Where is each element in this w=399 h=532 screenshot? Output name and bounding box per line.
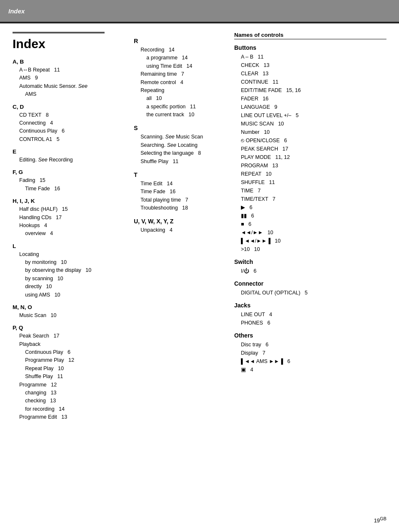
list-item: Troubleshooting 18 [141, 204, 226, 212]
section-heading-e: E [13, 148, 130, 155]
connector-entries: DIGITAL OUT (OPTICAL) 5 [234, 289, 386, 297]
section-connector: Connector DIGITAL OUT (OPTICAL) 5 [234, 280, 386, 297]
list-item: Shuffle Play 11 [141, 158, 226, 166]
list-item: Time Fade 16 [19, 185, 130, 193]
list-item: Locating [19, 251, 130, 258]
list-item: Shuffle Play 11 [19, 373, 130, 381]
others-title: Others [234, 332, 386, 339]
section-entries-e: Editing. See Recording [13, 156, 130, 164]
jacks-entries: LINE OUT 4 PHONES 6 [234, 310, 386, 327]
list-item: using AMS 10 [19, 291, 130, 299]
list-item: Repeat Play 10 [19, 365, 130, 373]
list-item: Time Edit 14 [141, 180, 226, 188]
section-s: S Scanning. See Music Scan Searching. Se… [134, 125, 226, 166]
section-mno: M, N, O Music Scan 10 [13, 304, 130, 320]
section-heading-mno: M, N, O [13, 304, 130, 310]
list-item: EDIT/TIME FADE 15, 16 [241, 86, 386, 95]
section-heading-l: L [13, 243, 130, 249]
list-item: PHONES 6 [241, 319, 386, 327]
list-item: FADER 16 [241, 95, 386, 103]
list-item: MUSIC SCAN 10 [241, 120, 386, 128]
names-of-controls-title: Names of controls [234, 32, 386, 39]
section-l: L Locating by monitoring 10 by observing… [13, 243, 130, 299]
section-pq: P, Q Peak Search 17 Playback Continuous … [13, 325, 130, 421]
list-item: Time Fade 16 [141, 188, 226, 196]
list-item: Programme Edit 13 [19, 413, 130, 421]
list-item: CONTINUE 11 [241, 78, 386, 86]
list-item: Searching. See Locating [141, 141, 226, 149]
left-column: Index A, B A↔B Repeat 11 AMS 9 Automatic… [13, 32, 134, 426]
list-item: Number 10 [241, 128, 386, 136]
section-entries-mno: Music Scan 10 [13, 312, 130, 320]
page-suffix: GB [380, 516, 386, 521]
section-entries-r: Recording 14 a programme 14 using Time E… [134, 46, 226, 119]
list-item: I/⏻ 6 [241, 267, 386, 275]
list-item: directly 10 [19, 283, 130, 291]
section-e: E Editing. See Recording [13, 148, 130, 164]
section-t: T Time Edit 14 Time Fade 16 Total playin… [134, 171, 226, 212]
section-fg: F, G Fading 15 Time Fade 16 [13, 169, 130, 193]
list-item: by observing the display 10 [19, 266, 130, 274]
switch-entries: I/⏻ 6 [234, 267, 386, 275]
list-item: Fading 15 [19, 176, 130, 184]
page-title: Index [13, 37, 130, 51]
section-heading-hijk: H, I, J, K [13, 198, 130, 204]
list-item: LINE OUT 4 [241, 310, 386, 319]
list-item: CONTROL A1 5 [19, 136, 130, 143]
list-item: by monitoring 10 [19, 258, 130, 266]
list-item: Half disc (HALF) 15 [19, 205, 130, 213]
letter-heading-s: S [134, 125, 226, 131]
section-entries-uvwxyz: Unpacking 4 [134, 226, 226, 234]
section-ab: A, B A↔B Repeat 11 AMS 9 Automatic Music… [13, 59, 130, 99]
list-item: Display 7 [241, 349, 386, 357]
header-bar: Index [0, 0, 399, 22]
list-item: CLEAR 13 [241, 69, 386, 78]
list-item: PLAY MODE 11, 12 [241, 153, 386, 161]
list-item: ▮▮ 6 [241, 212, 386, 220]
mid-column: R Recording 14 a programme 14 using Time… [134, 32, 230, 426]
list-item: Peak Search 17 [19, 332, 130, 340]
list-item: SHUFFLE 11 [241, 178, 386, 187]
section-heading-fg: F, G [13, 169, 130, 175]
page-number: 19GB [374, 516, 386, 524]
list-item: LANGUAGE 9 [241, 103, 386, 111]
list-item: ▶ 6 [241, 203, 386, 212]
buttons-entries: A – B 11 CHECK 13 CLEAR 13 CONTINUE 11 E… [234, 53, 386, 253]
section-entries-hijk: Half disc (HALF) 15 Handling CDs 17 Hook… [13, 205, 130, 238]
list-item: Automatic Music Sensor. SeeAMS [19, 82, 130, 99]
list-item: ■ 6 [241, 220, 386, 228]
list-item: Recording 14 [141, 46, 226, 54]
section-uvwxyz: U, V, W, X, Y, Z Unpacking 4 [134, 218, 226, 234]
list-item: for recording 14 [19, 405, 130, 413]
section-hijk: H, I, J, K Half disc (HALF) 15 Handling … [13, 198, 130, 238]
list-item: a specific portion 11 [141, 103, 226, 111]
list-item: A↔B Repeat 11 [19, 66, 130, 74]
list-item: Playback [19, 340, 130, 348]
header-title: Index [8, 8, 25, 15]
connector-title: Connector [234, 280, 386, 287]
list-item: Continuous Play 6 [19, 348, 130, 356]
jacks-title: Jacks [234, 302, 386, 309]
list-item: A – B 11 [241, 53, 386, 61]
list-item: Remaining time 7 [141, 70, 226, 78]
section-entries-ab: A↔B Repeat 11 AMS 9 Automatic Music Sens… [13, 66, 130, 99]
section-others: Others Disc tray 6 Display 7 ▌◄◄ AMS ►►▐… [234, 332, 386, 374]
others-entries: Disc tray 6 Display 7 ▌◄◄ AMS ►►▐ 6 ▣ 4 [234, 340, 386, 374]
section-jacks: Jacks LINE OUT 4 PHONES 6 [234, 302, 386, 327]
list-item: CHECK 13 [241, 61, 386, 69]
section-heading-cd: C, D [13, 104, 130, 110]
list-item: Handling CDs 17 [19, 214, 130, 222]
list-item: AMS 9 [19, 74, 130, 82]
list-item: Music Scan 10 [19, 312, 130, 320]
list-item: changing 13 [19, 389, 130, 397]
list-item: Unpacking 4 [141, 226, 226, 234]
list-item: Continuous Play 6 [19, 127, 130, 135]
list-item: DIGITAL OUT (OPTICAL) 5 [241, 289, 386, 297]
list-item: CD TEXT 8 [19, 111, 130, 119]
list-item: Hookups 4 [19, 222, 130, 230]
section-entries-pq: Peak Search 17 Playback Continuous Play … [13, 332, 130, 421]
index-divider [13, 32, 105, 33]
list-item: ⎋ OPEN/CLOSE 6 [241, 136, 386, 145]
list-item: Programme Play 12 [19, 356, 130, 364]
section-buttons: Buttons A – B 11 CHECK 13 CLEAR 13 CONTI… [234, 44, 386, 253]
